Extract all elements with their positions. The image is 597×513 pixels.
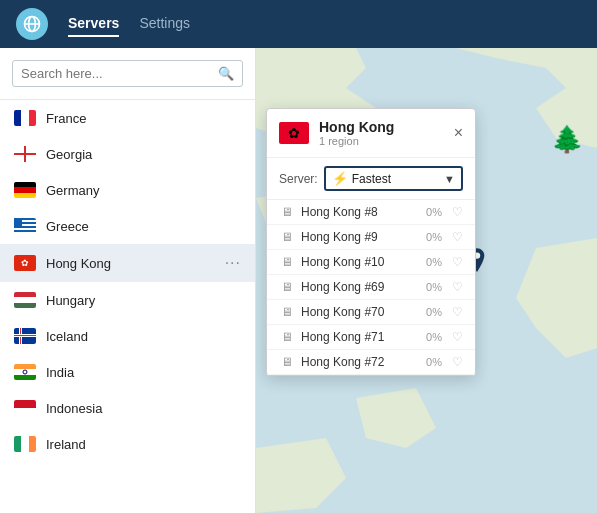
svg-text:🌲: 🌲 [551,123,584,155]
country-name: Georgia [46,147,241,162]
country-name: Ireland [46,437,241,452]
list-item[interactable]: Greece [0,208,255,244]
server-load: 0% [426,356,442,368]
server-item-name: Hong Kong #9 [301,230,420,244]
list-item-hong-kong[interactable]: ✿ Hong Kong ··· [0,244,255,282]
server-icon: 🖥 [279,205,295,219]
map-area: 🌲 ✿ Hong Kong 1 region × [256,48,597,513]
server-load: 0% [426,231,442,243]
search-bar: 🔍 [0,48,255,100]
flag-hong-kong: ✿ [14,255,36,271]
country-name: Indonesia [46,401,241,416]
flag-germany [14,182,36,198]
chevron-down-icon: ▼ [444,173,455,185]
server-item-name: Hong Kong #10 [301,255,420,269]
flag-france [14,110,36,126]
server-list-item[interactable]: 🖥 Hong Kong #70 0% ♡ [267,300,475,325]
flag-india [14,364,36,380]
country-name: Iceland [46,329,241,344]
search-icon[interactable]: 🔍 [218,66,234,81]
list-item[interactable]: Ireland [0,426,255,462]
server-icon: 🖥 [279,330,295,344]
favorite-icon[interactable]: ♡ [452,305,463,319]
list-item[interactable]: Georgia [0,136,255,172]
country-name: Greece [46,219,241,234]
server-load: 0% [426,256,442,268]
selected-server-text: Fastest [352,172,440,186]
server-load: 0% [426,281,442,293]
favorite-icon[interactable]: ♡ [452,230,463,244]
country-list: France Georgia Germany G [0,100,255,513]
country-name: India [46,365,241,380]
country-name: Germany [46,183,241,198]
popup-title: Hong Kong 1 region [319,119,444,147]
sidebar: 🔍 France Georgia Germany [0,48,256,513]
country-name: Hungary [46,293,241,308]
tab-servers[interactable]: Servers [68,11,119,37]
server-load: 0% [426,206,442,218]
server-list-item[interactable]: 🖥 Hong Kong #9 0% ♡ [267,225,475,250]
list-item[interactable]: India [0,354,255,390]
popup-flag: ✿ [279,122,309,144]
server-icon: 🖥 [279,255,295,269]
country-name: Hong Kong [46,256,215,271]
list-item[interactable]: Indonesia [0,390,255,426]
list-item[interactable]: Germany [0,172,255,208]
close-button[interactable]: × [454,125,463,141]
server-icon: 🖥 [279,355,295,369]
server-list-item[interactable]: 🖥 Hong Kong #8 0% ♡ [267,200,475,225]
server-selector-row: Server: ⚡ Fastest ▼ [267,158,475,200]
favorite-icon[interactable]: ♡ [452,255,463,269]
server-icon: 🖥 [279,230,295,244]
server-item-name: Hong Kong #71 [301,330,420,344]
server-icon: 🖥 [279,280,295,294]
favorite-icon[interactable]: ♡ [452,330,463,344]
server-label: Server: [279,172,318,186]
server-list-item[interactable]: 🖥 Hong Kong #71 0% ♡ [267,325,475,350]
list-item[interactable]: France [0,100,255,136]
server-item-name: Hong Kong #72 [301,355,420,369]
flag-ireland [14,436,36,452]
server-item-name: Hong Kong #8 [301,205,420,219]
server-dropdown[interactable]: ⚡ Fastest ▼ [324,166,463,191]
flag-georgia [14,146,36,162]
server-item-name: Hong Kong #69 [301,280,420,294]
fastest-icon: ⚡ [332,171,348,186]
flag-indonesia [14,400,36,416]
popup-header: ✿ Hong Kong 1 region × [267,109,475,158]
server-load: 0% [426,306,442,318]
server-list: 🖥 Hong Kong #8 0% ♡ 🖥 Hong Kong #9 0% ♡ … [267,200,475,375]
more-options-icon[interactable]: ··· [225,254,241,272]
server-list-item[interactable]: 🖥 Hong Kong #72 0% ♡ [267,350,475,375]
search-input[interactable] [21,66,218,81]
country-name: France [46,111,241,126]
server-item-name: Hong Kong #70 [301,305,420,319]
favorite-icon[interactable]: ♡ [452,280,463,294]
popup-region-count: 1 region [319,135,444,147]
app-header: Servers Settings [0,0,597,48]
search-input-wrap[interactable]: 🔍 [12,60,243,87]
app-logo [16,8,48,40]
country-popup: ✿ Hong Kong 1 region × Server: ⚡ Fastest… [266,108,476,376]
list-item[interactable]: Iceland [0,318,255,354]
flag-hungary [14,292,36,308]
server-icon: 🖥 [279,305,295,319]
favorite-icon[interactable]: ♡ [452,205,463,219]
popup-country-name: Hong Kong [319,119,444,135]
server-list-item[interactable]: 🖥 Hong Kong #69 0% ♡ [267,275,475,300]
server-load: 0% [426,331,442,343]
list-item[interactable]: Hungary [0,282,255,318]
favorite-icon[interactable]: ♡ [452,355,463,369]
tab-settings[interactable]: Settings [139,11,190,37]
server-list-item[interactable]: 🖥 Hong Kong #10 0% ♡ [267,250,475,275]
flag-iceland [14,328,36,344]
main-layout: 🔍 France Georgia Germany [0,48,597,513]
flag-greece [14,218,36,234]
